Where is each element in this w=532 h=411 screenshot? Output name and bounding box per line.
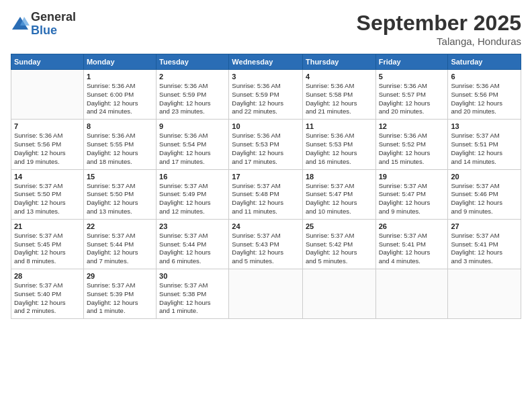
day-number: 26 (379, 222, 445, 230)
day-number: 12 (379, 122, 445, 130)
day-info: Sunrise: 5:37 AMSunset: 5:38 PMDaylight:… (159, 281, 226, 316)
table-row: 14Sunrise: 5:37 AMSunset: 5:50 PMDayligh… (11, 169, 84, 219)
col-wednesday: Wednesday (229, 54, 303, 70)
day-number: 8 (87, 122, 153, 130)
col-thursday: Thursday (302, 54, 375, 70)
table-row: 17Sunrise: 5:37 AMSunset: 5:48 PMDayligh… (229, 169, 303, 219)
table-row (11, 70, 84, 120)
day-number: 4 (306, 73, 373, 81)
day-number: 24 (232, 222, 300, 230)
table-row: 8Sunrise: 5:36 AMSunset: 5:55 PMDaylight… (83, 120, 156, 169)
day-number: 6 (451, 73, 518, 81)
title-block: September 2025 Talanga, Honduras (357, 11, 521, 47)
table-row: 27Sunrise: 5:37 AMSunset: 5:41 PMDayligh… (448, 219, 521, 269)
col-friday: Friday (375, 54, 448, 70)
table-row: 12Sunrise: 5:36 AMSunset: 5:52 PMDayligh… (375, 120, 448, 169)
calendar-week-2: 7Sunrise: 5:36 AMSunset: 5:56 PMDaylight… (11, 120, 521, 169)
logo-blue: Blue (31, 24, 76, 38)
day-number: 21 (14, 222, 81, 230)
table-row (229, 269, 303, 319)
calendar-header-row: Sunday Monday Tuesday Wednesday Thursday… (11, 54, 521, 70)
table-row: 26Sunrise: 5:37 AMSunset: 5:41 PMDayligh… (375, 219, 448, 269)
table-row (375, 269, 448, 319)
calendar-table: Sunday Monday Tuesday Wednesday Thursday… (11, 54, 521, 319)
page-header: General Blue September 2025 Talanga, Hon… (11, 11, 521, 47)
day-info: Sunrise: 5:37 AMSunset: 5:47 PMDaylight:… (306, 182, 373, 216)
table-row: 1Sunrise: 5:36 AMSunset: 6:00 PMDaylight… (83, 70, 156, 120)
table-row: 28Sunrise: 5:37 AMSunset: 5:40 PMDayligh… (11, 269, 84, 319)
calendar-week-1: 1Sunrise: 5:36 AMSunset: 6:00 PMDaylight… (11, 70, 521, 120)
day-number: 23 (159, 222, 226, 230)
table-row: 13Sunrise: 5:37 AMSunset: 5:51 PMDayligh… (448, 120, 521, 169)
day-info: Sunrise: 5:37 AMSunset: 5:51 PMDaylight:… (451, 132, 518, 166)
day-info: Sunrise: 5:36 AMSunset: 5:56 PMDaylight:… (451, 82, 518, 116)
table-row: 20Sunrise: 5:37 AMSunset: 5:46 PMDayligh… (448, 169, 521, 219)
day-number: 10 (232, 122, 300, 130)
day-info: Sunrise: 5:36 AMSunset: 5:53 PMDaylight:… (306, 132, 373, 166)
day-info: Sunrise: 5:37 AMSunset: 5:43 PMDaylight:… (232, 232, 300, 266)
day-number: 18 (306, 173, 373, 181)
day-info: Sunrise: 5:37 AMSunset: 5:49 PMDaylight:… (159, 182, 226, 216)
table-row: 9Sunrise: 5:36 AMSunset: 5:54 PMDaylight… (157, 120, 229, 169)
table-row: 30Sunrise: 5:37 AMSunset: 5:38 PMDayligh… (157, 269, 229, 319)
table-row: 11Sunrise: 5:36 AMSunset: 5:53 PMDayligh… (302, 120, 375, 169)
col-saturday: Saturday (448, 54, 521, 70)
table-row: 6Sunrise: 5:36 AMSunset: 5:56 PMDaylight… (448, 70, 521, 120)
day-number: 16 (159, 173, 226, 181)
day-info: Sunrise: 5:36 AMSunset: 5:57 PMDaylight:… (379, 82, 445, 116)
day-number: 30 (159, 272, 226, 280)
logo-icon (11, 15, 30, 34)
day-number: 15 (87, 173, 153, 181)
day-info: Sunrise: 5:36 AMSunset: 6:00 PMDaylight:… (87, 82, 153, 116)
table-row: 16Sunrise: 5:37 AMSunset: 5:49 PMDayligh… (157, 169, 229, 219)
table-row: 4Sunrise: 5:36 AMSunset: 5:58 PMDaylight… (302, 70, 375, 120)
day-info: Sunrise: 5:37 AMSunset: 5:41 PMDaylight:… (379, 232, 445, 266)
day-info: Sunrise: 5:36 AMSunset: 5:52 PMDaylight:… (379, 132, 445, 166)
day-number: 25 (306, 222, 373, 230)
day-info: Sunrise: 5:36 AMSunset: 5:56 PMDaylight:… (14, 132, 81, 166)
day-number: 29 (87, 272, 153, 280)
month-title: September 2025 (357, 11, 521, 36)
day-info: Sunrise: 5:37 AMSunset: 5:46 PMDaylight:… (451, 182, 518, 216)
day-info: Sunrise: 5:37 AMSunset: 5:48 PMDaylight:… (232, 182, 300, 216)
day-number: 14 (14, 173, 81, 181)
day-info: Sunrise: 5:36 AMSunset: 5:53 PMDaylight:… (232, 132, 300, 166)
table-row: 24Sunrise: 5:37 AMSunset: 5:43 PMDayligh… (229, 219, 303, 269)
table-row (448, 269, 521, 319)
table-row: 2Sunrise: 5:36 AMSunset: 5:59 PMDaylight… (157, 70, 229, 120)
logo-general: General (31, 11, 76, 24)
day-number: 20 (451, 173, 518, 181)
table-row: 18Sunrise: 5:37 AMSunset: 5:47 PMDayligh… (302, 169, 375, 219)
calendar-week-4: 21Sunrise: 5:37 AMSunset: 5:45 PMDayligh… (11, 219, 521, 269)
day-info: Sunrise: 5:37 AMSunset: 5:40 PMDaylight:… (14, 281, 81, 316)
table-row: 21Sunrise: 5:37 AMSunset: 5:45 PMDayligh… (11, 219, 84, 269)
day-number: 1 (87, 73, 153, 81)
logo-text: General Blue (31, 11, 76, 38)
day-info: Sunrise: 5:36 AMSunset: 5:59 PMDaylight:… (232, 82, 300, 116)
table-row: 23Sunrise: 5:37 AMSunset: 5:44 PMDayligh… (157, 219, 229, 269)
day-number: 2 (159, 73, 226, 81)
day-number: 7 (14, 122, 81, 130)
table-row: 10Sunrise: 5:36 AMSunset: 5:53 PMDayligh… (229, 120, 303, 169)
day-info: Sunrise: 5:36 AMSunset: 5:55 PMDaylight:… (87, 132, 153, 166)
calendar-week-5: 28Sunrise: 5:37 AMSunset: 5:40 PMDayligh… (11, 269, 521, 319)
day-info: Sunrise: 5:37 AMSunset: 5:44 PMDaylight:… (87, 232, 153, 266)
col-sunday: Sunday (11, 54, 84, 70)
day-info: Sunrise: 5:37 AMSunset: 5:50 PMDaylight:… (14, 182, 81, 216)
calendar-week-3: 14Sunrise: 5:37 AMSunset: 5:50 PMDayligh… (11, 169, 521, 219)
col-tuesday: Tuesday (157, 54, 229, 70)
table-row: 15Sunrise: 5:37 AMSunset: 5:50 PMDayligh… (83, 169, 156, 219)
day-number: 9 (159, 122, 226, 130)
day-info: Sunrise: 5:37 AMSunset: 5:44 PMDaylight:… (159, 232, 226, 266)
table-row: 29Sunrise: 5:37 AMSunset: 5:39 PMDayligh… (83, 269, 156, 319)
day-number: 22 (87, 222, 153, 230)
day-number: 17 (232, 173, 300, 181)
day-number: 27 (451, 222, 518, 230)
logo: General Blue (11, 11, 76, 38)
location: Talanga, Honduras (357, 36, 521, 47)
day-number: 11 (306, 122, 373, 130)
col-monday: Monday (83, 54, 156, 70)
table-row: 3Sunrise: 5:36 AMSunset: 5:59 PMDaylight… (229, 70, 303, 120)
table-row (302, 269, 375, 319)
table-row: 7Sunrise: 5:36 AMSunset: 5:56 PMDaylight… (11, 120, 84, 169)
